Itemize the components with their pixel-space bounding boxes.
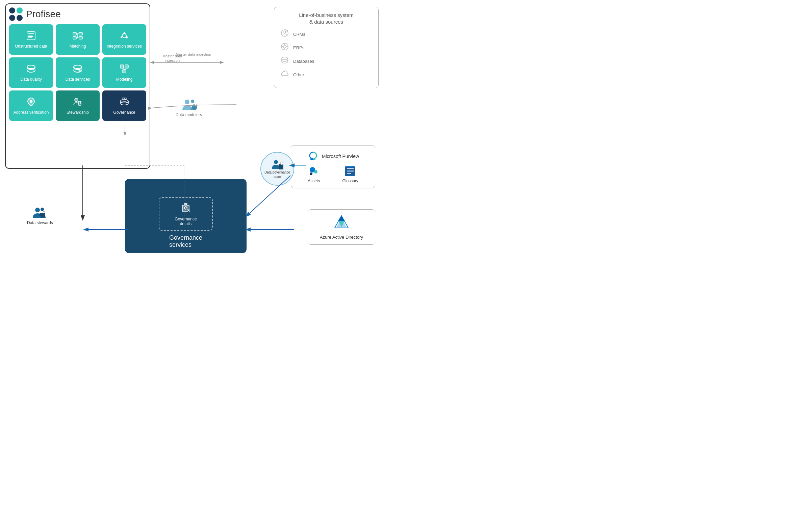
assets-label: Assets [308,178,320,183]
lob-box: Line-of-business system& data sources CR… [274,7,379,88]
svg-point-26 [80,101,81,102]
data-modelers-label: Data modelers [176,112,202,117]
azure-box: Azure Active Directory [308,209,375,245]
logo-dot-2 [17,7,23,14]
governance-icon [119,97,130,109]
svg-rect-7 [79,33,82,35]
tile-governance[interactable]: Governance [102,91,146,121]
tile-data-services[interactable]: Data services [56,57,99,88]
tile-address-verification[interactable]: Address verification [9,91,53,121]
data-quality-icon [26,63,36,76]
databases-icon [280,56,290,66]
tile-address-label: Address verification [14,110,49,115]
crms-icon [280,29,290,39]
dgt-label: Data governance team [263,170,292,179]
tile-matching-label: Matching [70,44,86,49]
governance-details-icon [180,202,192,216]
purview-items: Assets Glossary [297,165,369,183]
modeling-icon [119,63,130,76]
azure-icon [313,214,369,233]
purview-box: Microsoft Purview Assets Glossary [291,145,375,188]
logo-dot-4 [17,15,23,21]
tile-modeling[interactable]: Modeling [102,57,146,88]
tile-data-quality[interactable]: Data quality [9,57,53,88]
svg-rect-18 [120,65,124,68]
databases-label: Databases [293,59,314,64]
svg-rect-0 [27,32,35,40]
master-data-label: Master data ingestion [176,52,211,56]
lob-crms: CRMs [280,29,373,39]
profisee-header: Profisee [9,7,146,21]
tile-integration-services[interactable]: Integration services [102,24,146,55]
crms-label: CRMs [293,32,305,37]
lob-other: Other [280,70,373,80]
lob-erps: ERPs [280,42,373,53]
data-stewards-group: Data stewards [27,206,53,225]
svg-point-67 [274,160,278,164]
tile-unstructured-data[interactable]: Unstructured data [9,24,53,55]
assets-icon [308,165,320,177]
svg-rect-19 [125,65,128,68]
svg-point-42 [195,104,197,106]
svg-point-28 [120,101,128,105]
data-modelers-group: Data modelers [176,98,202,117]
governance-services-box: Governancedetails Governanceservices [125,179,246,253]
data-stewards-icon [27,206,53,221]
svg-point-47 [35,208,40,212]
svg-point-34 [284,31,286,33]
profisee-title: Profisee [26,9,61,20]
svg-point-55 [314,170,317,173]
tile-modeling-label: Modeling [116,77,133,82]
dgt-icon [271,159,284,170]
glossary-label: Glossary [342,178,358,183]
svg-point-40 [191,100,194,103]
svg-point-51 [43,211,45,213]
svg-point-24 [75,98,78,101]
svg-marker-66 [338,216,345,221]
data-stewards-label: Data stewards [27,221,53,225]
svg-point-13 [27,65,35,69]
cloud-icon [280,70,290,80]
svg-point-37 [283,45,286,48]
svg-point-53 [313,158,315,160]
logo-dot-3 [9,15,15,21]
purview-title: Microsoft Purview [322,154,359,159]
tile-unstructured-data-label: Unstructured data [15,44,47,49]
data-governance-team-circle: Data governance team [260,152,294,186]
address-icon [26,97,36,109]
svg-rect-5 [73,33,76,35]
svg-point-12 [122,34,126,38]
tile-matching[interactable]: Matching [56,24,99,55]
tile-stewardship-label: Stewardship [67,110,89,115]
svg-point-38 [282,57,288,60]
svg-text:ingestion: ingestion [165,58,180,62]
data-modelers-icon [176,98,202,112]
tile-integration-label: Integration services [107,44,142,49]
svg-point-23 [30,100,33,102]
erps-label: ERPs [293,45,304,50]
profisee-box: Profisee Unstructured data Matching Inte… [5,3,150,169]
svg-rect-8 [79,36,82,39]
svg-rect-68 [279,164,283,169]
svg-point-69 [280,162,283,165]
data-services-icon [72,63,83,76]
governance-services-label: Governanceservices [169,234,202,248]
purview-icon [307,150,319,163]
tile-data-services-label: Data services [66,77,90,82]
lob-title: Line-of-business system& data sources [280,12,373,25]
erps-icon [280,42,290,53]
svg-point-48 [40,208,44,211]
governance-details-box: Governancedetails [159,197,213,231]
tile-stewardship[interactable]: Stewardship [56,91,99,121]
svg-rect-57 [346,166,355,176]
purview-assets: Assets [308,165,320,183]
governance-details-label: Governancedetails [174,217,197,226]
lob-databases: Databases [280,56,373,66]
tile-data-quality-label: Data quality [20,77,41,82]
profisee-logo [9,7,23,21]
svg-point-56 [310,172,312,175]
tile-governance-label: Governance [113,110,135,115]
unstructured-data-icon [26,31,36,42]
svg-rect-20 [123,70,126,73]
other-label: Other [293,72,304,77]
